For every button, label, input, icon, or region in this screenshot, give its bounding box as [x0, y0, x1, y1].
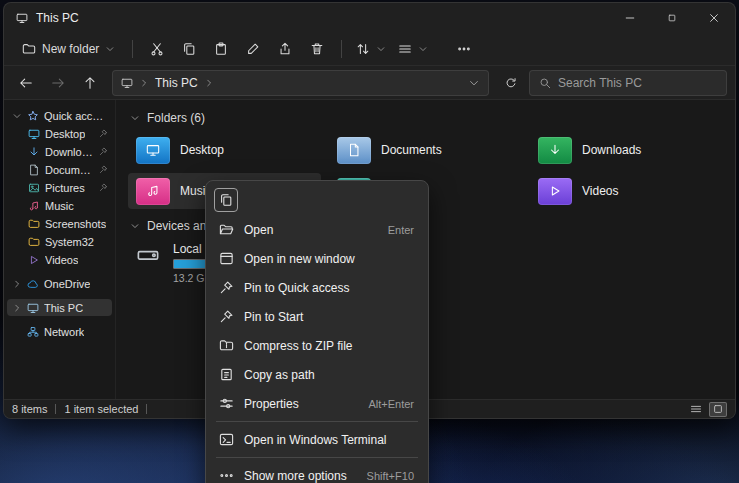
share-icon [278, 42, 292, 56]
rename-button[interactable] [238, 35, 268, 63]
forward-button[interactable] [44, 69, 72, 97]
sidebar-item-desktop[interactable]: Desktop [7, 125, 112, 142]
new-folder-button[interactable]: New folder [14, 35, 123, 63]
chevron-down-icon [105, 44, 115, 54]
sidebar-item-system32[interactable]: System32 [7, 233, 112, 250]
sidebar-item-screenshots[interactable]: Screenshots [7, 215, 112, 232]
trash-icon [310, 42, 324, 56]
menu-item-open[interactable]: Open Enter [210, 215, 424, 244]
copy-icon [182, 42, 196, 56]
copy-button[interactable] [174, 35, 204, 63]
refresh-button[interactable] [497, 69, 525, 97]
sidebar-item-pictures[interactable]: Pictures [7, 179, 112, 196]
menu-item-pin-to-start[interactable]: Pin to Start [210, 302, 424, 331]
shortcut-hint: Alt+Enter [368, 398, 414, 410]
sidebar-item-quick-access[interactable]: Quick access [7, 107, 112, 124]
back-button[interactable] [12, 69, 40, 97]
sidebar-item-music[interactable]: Music [7, 197, 112, 214]
view-toggles [687, 402, 727, 417]
chevron-right-icon [12, 303, 22, 313]
pin-icon [99, 183, 108, 192]
zip-folder-icon [219, 338, 234, 353]
menu-item-copy-as-path[interactable]: Copy as path [210, 360, 424, 389]
delete-button[interactable] [302, 35, 332, 63]
sidebar-item-network[interactable]: Network [7, 323, 112, 340]
address-bar[interactable]: This PC [112, 70, 489, 96]
more-options-icon [219, 468, 234, 483]
chevron-down-icon [12, 111, 22, 121]
view-list-icon [398, 42, 412, 56]
chevron-down-icon [130, 113, 140, 123]
up-button[interactable] [76, 69, 104, 97]
refresh-icon [505, 77, 517, 89]
menu-item-open-in-new-window[interactable]: Open in new window [210, 244, 424, 273]
navigation-bar: This PC [4, 66, 735, 100]
document-icon [28, 164, 40, 176]
close-icon [708, 12, 720, 24]
app-pc-icon [16, 12, 28, 24]
large-icons-view-button[interactable] [709, 402, 727, 417]
folder-tile-downloads[interactable]: Downloads [530, 132, 723, 168]
hard-drive-icon [134, 244, 164, 268]
forward-arrow-icon [51, 76, 65, 90]
sidebar-item-videos[interactable]: Videos [7, 251, 112, 268]
open-folder-icon [219, 222, 234, 237]
desktop-folder-icon [136, 137, 170, 164]
desktop: This PC New folder [0, 0, 739, 483]
minimize-icon [624, 12, 636, 24]
pc-monitor-icon [27, 302, 39, 314]
status-divider [55, 404, 56, 414]
pin-icon [99, 147, 108, 156]
search-box[interactable] [529, 70, 727, 96]
share-button[interactable] [270, 35, 300, 63]
pc-monitor-icon [121, 77, 133, 89]
list-view-icon [690, 403, 702, 415]
music-note-icon [28, 200, 40, 212]
documents-folder-icon [337, 137, 371, 164]
cut-button[interactable] [142, 35, 172, 63]
breadcrumb-this-pc[interactable]: This PC [155, 76, 198, 90]
view-button[interactable] [393, 35, 433, 63]
details-view-button[interactable] [687, 402, 705, 417]
minimize-button[interactable] [609, 3, 651, 33]
window-title: This PC [36, 11, 79, 25]
menu-item-show-more-options[interactable]: Show more options Shift+F10 [210, 461, 424, 483]
menu-item-open-in-windows-terminal[interactable]: Open in Windows Terminal [210, 425, 424, 454]
folder-tile-desktop[interactable]: Desktop [128, 132, 321, 168]
sidebar-item-onedrive[interactable]: OneDrive [7, 275, 112, 292]
paste-button[interactable] [206, 35, 236, 63]
maximize-button[interactable] [651, 3, 693, 33]
search-input[interactable] [558, 76, 717, 90]
more-options-button[interactable] [449, 35, 479, 63]
new-folder-icon [22, 42, 36, 56]
selection-count: 1 item selected [64, 403, 138, 415]
sidebar-item-this-pc[interactable]: This PC [7, 299, 112, 316]
rename-icon [246, 42, 260, 56]
folder-tile-documents[interactable]: Documents [329, 132, 522, 168]
chevron-down-icon [418, 44, 428, 54]
sort-icon [356, 42, 370, 56]
folder-tile-videos[interactable]: Videos [530, 173, 723, 209]
folder-icon [28, 236, 40, 248]
address-dropdown-icon[interactable] [468, 77, 480, 89]
copy-path-icon [219, 367, 234, 382]
menu-item-properties[interactable]: Properties Alt+Enter [210, 389, 424, 418]
quick-copy-button[interactable] [214, 188, 238, 212]
pin-icon [99, 129, 108, 138]
shortcut-hint: Enter [388, 224, 414, 236]
terminal-icon [219, 432, 234, 447]
menu-separator [216, 457, 418, 458]
image-icon [28, 182, 40, 194]
folders-section-title: Folders (6) [147, 111, 205, 125]
onedrive-cloud-icon [27, 278, 39, 290]
sidebar-item-documents[interactable]: Documents [7, 161, 112, 178]
folders-section-header[interactable]: Folders (6) [130, 111, 723, 125]
pin-icon [219, 280, 234, 295]
music-folder-icon [136, 178, 170, 205]
sidebar-item-downloads[interactable]: Downloads [7, 143, 112, 160]
menu-item-compress-to-zip[interactable]: Compress to ZIP file [210, 331, 424, 360]
download-icon [28, 146, 40, 158]
sort-button[interactable] [351, 35, 391, 63]
close-button[interactable] [693, 3, 735, 33]
menu-item-pin-to-quick-access[interactable]: Pin to Quick access [210, 273, 424, 302]
